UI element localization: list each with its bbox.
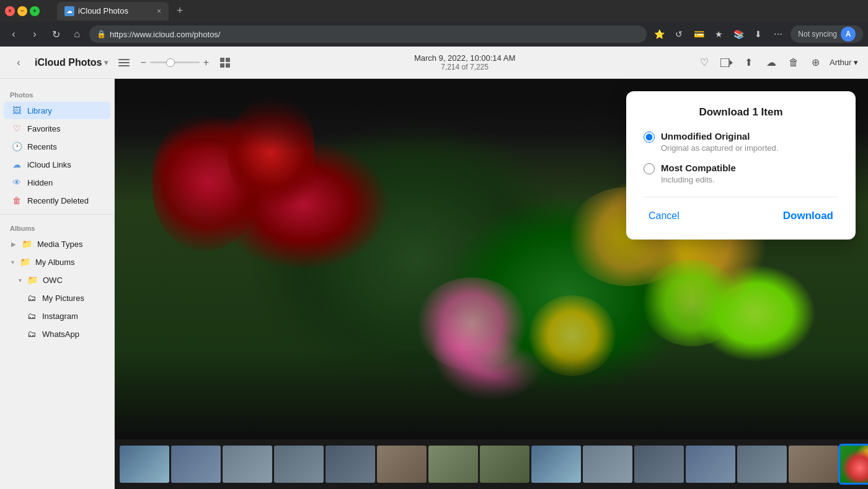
url-text: https://www.icloud.com/photos/: [110, 30, 220, 39]
download-confirm-button[interactable]: Download: [778, 207, 838, 225]
most-compatible-radio[interactable]: [644, 163, 655, 174]
svg-rect-4: [226, 58, 230, 62]
cancel-button[interactable]: Cancel: [644, 208, 684, 224]
sidebar-item-my-pictures[interactable]: 🗂 My Pictures: [4, 289, 110, 307]
home-button[interactable]: ⌂: [68, 25, 86, 43]
filmstrip-thumb: [480, 446, 529, 483]
filmstrip-item[interactable]: [634, 446, 684, 483]
photo-viewer[interactable]: Download 1 Item Unmodified Original Orig…: [115, 79, 868, 439]
filmstrip-item[interactable]: [789, 446, 838, 483]
filmstrip-item[interactable]: [274, 446, 324, 483]
app-title: iCloud Photos ▾: [35, 57, 108, 68]
tab-favicon: ☁: [64, 6, 74, 16]
filmstrip-item[interactable]: [531, 446, 581, 483]
filmstrip-thumb: [274, 446, 324, 483]
filmstrip-thumb: [840, 446, 868, 483]
favorites-icon: ♡: [11, 123, 22, 134]
filmstrip-item[interactable]: [583, 446, 632, 483]
app-toolbar: ‹ iCloud Photos ▾ − + March 9, 2022, 10:…: [0, 47, 868, 79]
delete-button[interactable]: 🗑: [785, 54, 802, 71]
media-types-label: Media Types: [37, 240, 82, 249]
sidebar-item-owc[interactable]: ▾ 📁 OWC: [4, 271, 110, 289]
recently-deleted-icon: 🗑: [11, 195, 22, 206]
share-button[interactable]: ⬆: [740, 54, 758, 71]
unmodified-original-option[interactable]: Unmodified Original Original as captured…: [644, 131, 838, 153]
filmstrip-item[interactable]: [223, 446, 272, 483]
browser-chrome: × − + ☁ iCloud Photos × + ‹ › ↻ ⌂ 🔒 http…: [0, 0, 868, 47]
filmstrip-item[interactable]: [120, 446, 169, 483]
sync-status-label: Not syncing: [798, 30, 837, 38]
more-options-button[interactable]: ⊕: [807, 54, 825, 71]
tab-close-button[interactable]: ×: [157, 7, 161, 16]
sidebar-item-recents[interactable]: 🕐 Recents: [4, 138, 110, 155]
filmstrip-thumb: [583, 446, 632, 483]
menu-button[interactable]: ⋯: [769, 25, 787, 43]
refresh-button[interactable]: ↻: [47, 25, 64, 43]
active-tab[interactable]: ☁ iCloud Photos ×: [57, 2, 169, 20]
filmstrip-item[interactable]: [737, 446, 787, 483]
new-tab-button[interactable]: +: [171, 2, 188, 20]
most-compatible-option[interactable]: Most Compatible Including edits.: [644, 163, 838, 184]
back-nav-button[interactable]: ‹: [10, 54, 27, 71]
unmodified-original-radio[interactable]: [644, 132, 655, 143]
download-button[interactable]: ⬇: [750, 25, 767, 43]
most-compatible-label[interactable]: Most Compatible Including edits.: [644, 163, 838, 184]
sidebar-item-instagram[interactable]: 🗂 Instagram: [4, 307, 110, 325]
hidden-label: Hidden: [27, 178, 53, 187]
filmstrip-item[interactable]: [428, 446, 478, 483]
sidebar-item-whatsapp[interactable]: 🗂 WhatsApp: [4, 325, 110, 343]
filmstrip-thumb: [789, 446, 838, 483]
grid-view-button[interactable]: [216, 54, 234, 71]
expand-arrow-my-albums-icon: ▾: [11, 259, 14, 266]
toolbar-center: March 9, 2022, 10:00:14 AM 7,214 of 7,22…: [241, 53, 688, 71]
sidebar-item-recently-deleted[interactable]: 🗑 Recently Deleted: [4, 192, 110, 209]
collections-button[interactable]: 📚: [730, 25, 747, 43]
recently-deleted-label: Recently Deleted: [27, 196, 89, 205]
filmstrip-item[interactable]: [326, 446, 375, 483]
back-button[interactable]: ‹: [5, 25, 22, 43]
sidebar-toggle-button[interactable]: [115, 54, 133, 71]
icloud-links-label: iCloud Links: [27, 160, 71, 169]
most-compatible-title: Most Compatible: [661, 163, 736, 173]
refresh-icon-button[interactable]: ↺: [670, 25, 688, 43]
sidebar-item-media-types[interactable]: ▶ 📁 Media Types: [4, 235, 110, 253]
filmstrip-item[interactable]: [480, 446, 529, 483]
filmstrip-item-active[interactable]: [840, 446, 868, 483]
filmstrip-thumb: [737, 446, 787, 483]
zoom-control: − +: [140, 57, 209, 68]
svg-rect-1: [118, 62, 130, 63]
lock-icon: 🔒: [97, 30, 106, 38]
sidebar-item-my-albums[interactable]: ▾ 📁 My Albums: [4, 253, 110, 271]
wallet-button[interactable]: 💳: [690, 25, 707, 43]
user-name[interactable]: Arthur ▾: [830, 58, 858, 67]
filmstrip-item[interactable]: [171, 446, 221, 483]
sidebar-item-icloud-links[interactable]: ☁ iCloud Links: [4, 156, 110, 173]
sync-status-button[interactable]: Not syncing A: [790, 25, 863, 43]
extensions-button[interactable]: ⭐: [650, 25, 668, 43]
filmstrip-thumb: [686, 446, 735, 483]
filmstrip-item[interactable]: [377, 446, 427, 483]
icloud-download-button[interactable]: ☁: [763, 54, 780, 71]
address-bar[interactable]: 🔒 https://www.icloud.com/photos/: [89, 25, 647, 43]
unmodified-original-label[interactable]: Unmodified Original Original as captured…: [644, 131, 838, 153]
svg-rect-5: [220, 63, 224, 68]
close-window-button[interactable]: ×: [5, 6, 15, 16]
modal-title: Download 1 Item: [644, 106, 838, 119]
svg-rect-0: [118, 59, 130, 60]
slideshow-button[interactable]: [718, 54, 735, 71]
favorites-button[interactable]: ★: [710, 25, 727, 43]
library-label: Library: [27, 106, 52, 115]
favorite-button[interactable]: ♡: [696, 54, 713, 71]
forward-button[interactable]: ›: [26, 25, 43, 43]
my-pictures-label: My Pictures: [42, 294, 84, 303]
filmstrip-item[interactable]: [686, 446, 735, 483]
sidebar-item-hidden[interactable]: 👁 Hidden: [4, 174, 110, 191]
filmstrip-thumb: [223, 446, 272, 483]
nav-bar: ‹ › ↻ ⌂ 🔒 https://www.icloud.com/photos/…: [0, 22, 868, 47]
sidebar-item-library[interactable]: 🖼 Library: [4, 102, 110, 119]
maximize-window-button[interactable]: +: [30, 6, 40, 16]
library-icon: 🖼: [11, 105, 22, 116]
minimize-window-button[interactable]: −: [17, 6, 27, 16]
sidebar-item-favorites[interactable]: ♡ Favorites: [4, 120, 110, 137]
zoom-slider[interactable]: [150, 61, 200, 63]
